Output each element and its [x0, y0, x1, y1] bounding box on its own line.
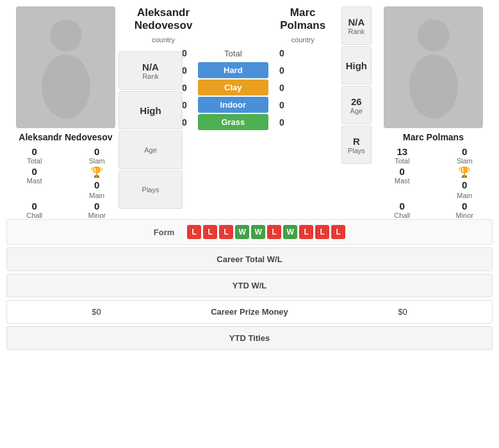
right-high-value: High [346, 60, 367, 71]
court-right-score: 0 [272, 65, 291, 76]
names-row: AleksandrNedovesov MarcPolmans [125, 6, 341, 32]
ytd-wl-label: YTD W/L [173, 281, 326, 290]
right-center-name: MarcPolmans [265, 6, 341, 32]
right-rank-value: N/A [348, 17, 364, 28]
left-chall-value: 0 [32, 201, 37, 212]
court-btn-hard: Hard [198, 62, 268, 78]
form-badge: L [315, 225, 329, 239]
left-chall-stat: 0 Chall [6, 201, 63, 219]
right-slam-value: 0 [462, 146, 467, 157]
career-prize-label: Career Prize Money [173, 307, 326, 317]
left-main-value: 0 [94, 179, 99, 190]
right-plays-box: R Plays [341, 126, 372, 164]
right-plays-label: Plays [348, 147, 365, 154]
left-slam-value: 0 [94, 146, 99, 157]
left-total-stat: 0 Total [6, 146, 63, 165]
right-age-box: 26 Age [341, 86, 372, 124]
court-btn-clay: Clay [198, 79, 268, 95]
form-badge: L [331, 225, 345, 239]
form-badge: W [283, 225, 297, 239]
right-mast-value: 0 [400, 166, 405, 177]
right-mast-label: Mast [395, 177, 410, 185]
right-total-value: 13 [397, 146, 407, 157]
career-total-label: Career Total W/L [173, 254, 326, 264]
svg-point-3 [409, 54, 458, 119]
ytd-wl-split: YTD W/L [20, 281, 479, 290]
right-minor-stat: 0 Minor [437, 201, 493, 219]
left-total-value: 0 [32, 146, 37, 157]
form-badges: LLLWWLWLLL [187, 225, 345, 239]
right-trophy-icon: 🏆 [458, 166, 471, 178]
main-container: Aleksandr Nedovesov 0 Total 0 Slam 0 Mas… [0, 0, 499, 359]
left-info-box: Age [119, 131, 183, 169]
career-total-row: Career Total W/L [6, 247, 493, 271]
form-badge: L [299, 225, 313, 239]
form-badge: W [235, 225, 249, 239]
right-chall-value: 0 [400, 201, 405, 212]
career-prize-right: $0 [326, 307, 479, 317]
total-label: Total [198, 49, 268, 58]
right-minor-value: 0 [462, 201, 467, 212]
right-main-value: 0 [462, 179, 467, 190]
left-mast-label: Mast [27, 177, 42, 185]
left-info-box: Plays [119, 170, 183, 209]
right-player-stats-grid: 13 Total 0 Slam 0 Mast 🏆 0 Main 0 [374, 146, 493, 219]
ytd-titles-split: YTD Titles [20, 333, 479, 343]
right-total-score: 0 [272, 48, 291, 58]
svg-point-1 [42, 54, 90, 119]
right-total-stat: 13 Total [374, 146, 430, 165]
right-player-name: Marc Polmans [403, 132, 464, 142]
svg-point-0 [50, 19, 82, 51]
left-chall-label: Chall [26, 212, 42, 219]
form-badge: L [267, 225, 281, 239]
court-right-score: 0 [272, 100, 291, 110]
right-age-value: 26 [351, 96, 362, 107]
left-info-box: N/A Rank [119, 51, 183, 90]
right-rank-label: Rank [348, 28, 364, 35]
left-info-value: High [140, 105, 161, 116]
ytd-titles-row: YTD Titles [6, 326, 493, 350]
form-badge: L [187, 225, 201, 239]
left-player-avatar [16, 6, 115, 128]
right-chall-stat: 0 Chall [374, 201, 430, 219]
country-row: country country [125, 35, 341, 44]
left-country-label: country [152, 36, 175, 44]
right-info-boxes: N/A Rank High 26 Age R Plays [341, 6, 372, 164]
left-total-label: Total [27, 157, 42, 165]
right-plays-value: R [353, 136, 360, 147]
left-country: country [125, 35, 202, 44]
right-player-section: Marc Polmans 13 Total 0 Slam 0 Mast 🏆 0 [374, 6, 493, 219]
left-main-label: Main [89, 192, 104, 199]
right-slam-stat: 0 Slam [437, 146, 493, 165]
left-minor-label: Minor [88, 212, 106, 219]
right-country-label: country [291, 36, 315, 44]
right-trophy-row: 🏆 0 Main [437, 166, 493, 199]
form-badge: W [251, 225, 265, 239]
left-center-name: AleksandrNedovesov [125, 6, 202, 32]
right-total-label: Total [395, 157, 409, 165]
ytd-wl-row: YTD W/L [6, 274, 493, 297]
svg-point-2 [418, 19, 450, 51]
left-trophy-row: 🏆 0 Main [69, 166, 126, 199]
left-info-boxes: N/A Rank High Age Plays [119, 51, 183, 209]
left-slam-stat: 0 Slam [69, 146, 126, 165]
right-mast-stat: 0 Mast [374, 166, 430, 199]
right-age-label: Age [350, 107, 363, 115]
court-right-score: 0 [272, 83, 291, 93]
right-country: country [265, 35, 341, 44]
left-slam-label: Slam [89, 157, 105, 165]
career-prize-row: $0 Career Prize Money $0 [6, 300, 493, 324]
career-total-split: Career Total W/L [20, 254, 479, 264]
left-player-name: Aleksandr Nedovesov [19, 132, 112, 142]
court-btn-grass: Grass [198, 114, 268, 130]
form-section: Form LLLWWLWLLL [6, 219, 493, 245]
career-prize-split: $0 Career Prize Money $0 [20, 307, 479, 317]
right-rank-box: N/A Rank [341, 6, 372, 45]
right-name-center: MarcPolmans [265, 6, 341, 32]
left-info-label: Age [144, 146, 157, 154]
form-badge: L [203, 225, 217, 239]
court-btn-indoor: Indoor [198, 97, 268, 113]
form-badge: L [219, 225, 233, 239]
left-info-label: Plays [142, 186, 160, 194]
left-trophy-icon: 🏆 [90, 166, 103, 178]
